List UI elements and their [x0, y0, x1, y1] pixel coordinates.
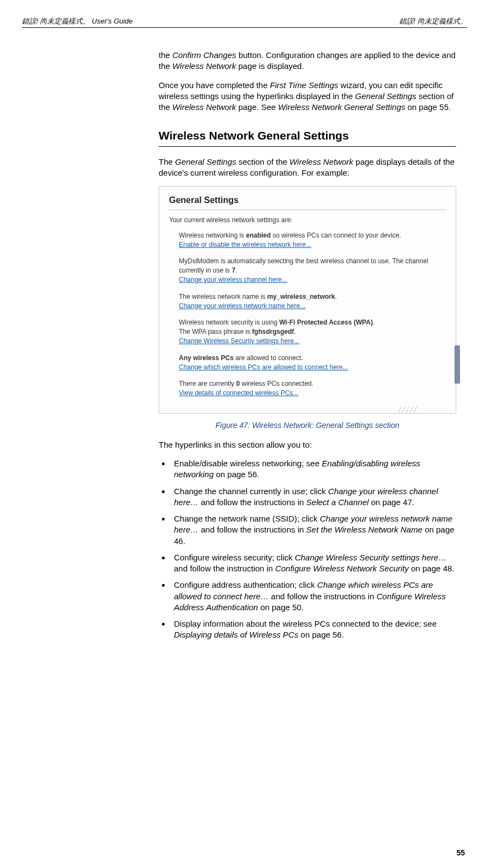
text: and follow the instructions in [199, 497, 306, 507]
section-title: Wireless Network General Settings [159, 128, 456, 146]
figure-block-security: Wireless network security is using Wi-Fi… [179, 318, 446, 345]
main-content: the Confirm Changes button. Configuratio… [159, 50, 456, 641]
figure-block-channel: MyDslModem is automatically selecting th… [179, 257, 446, 284]
figure-intro-text: Your current wireless network settings a… [169, 216, 446, 224]
text: page is displayed. [236, 61, 304, 71]
general-settings-term: General Settings [175, 157, 236, 166]
figure-caption: Figure 47: Wireless Network: General Set… [159, 420, 456, 431]
change-allowed-pcs-link[interactable]: Change which wireless PCs are allowed to… [179, 363, 348, 371]
list-item: Change the network name (SSID); click Ch… [171, 513, 456, 547]
network-name-value: my_wireless_network [267, 293, 335, 300]
text: on page 56. [214, 470, 259, 479]
text: are allowed to connect. [234, 354, 303, 362]
change-channel-link[interactable]: Change your wireless channel here... [179, 276, 287, 283]
text: Wireless network security is using [179, 319, 279, 326]
bullet-term: Select a Channel [306, 497, 369, 507]
bullet-list: Enable/disable wireless networking; see … [159, 458, 456, 641]
figure-tab-decoration [455, 345, 460, 384]
general-settings-term: General Settings [355, 91, 416, 101]
allowed-pcs-value: Any wireless PCs [179, 354, 234, 362]
text: . [294, 328, 296, 335]
list-item: Enable/disable wireless networking; see … [171, 458, 456, 481]
change-security-link[interactable]: Change Wireless Security settings here..… [179, 337, 299, 345]
first-time-settings-term: First Time Settings [270, 80, 338, 90]
list-item: Display information about the wireless P… [171, 618, 456, 641]
page: 錯誤! 尚未定義樣式。 User's Guide 錯誤! 尚未定義樣式。 the… [0, 0, 489, 868]
text: Change the network name (SSID); click [174, 514, 320, 523]
text: on page 56. [298, 630, 344, 639]
text: Change the channel currently in use; cli… [174, 487, 328, 496]
change-network-name-link[interactable]: Change your wireless network name here..… [179, 302, 305, 310]
header-left: 錯誤! 尚未定義樣式。 User's Guide [22, 16, 133, 26]
wireless-network-term: Wireless Network [172, 102, 236, 112]
wireless-network-term: Wireless Network [172, 61, 236, 71]
text: Display information about the wireless P… [174, 619, 436, 628]
bullet-term: Change Wireless Security settings here… [295, 553, 447, 562]
general-settings-figure: General Settings Your current wireless n… [159, 186, 456, 414]
figure-block-network-name: The wireless network name is my_wireless… [179, 292, 446, 311]
text: on page 55. [405, 102, 451, 112]
text: There are currently [179, 380, 236, 387]
text: The WPA pass phrase is [179, 328, 252, 335]
wireless-network-term: Wireless Network [289, 157, 353, 166]
text: the [159, 50, 172, 60]
text: section of the [236, 157, 290, 166]
list-item: Configure address authentication; click … [171, 580, 456, 613]
figure-decoration: ╱╱╱╱╱ [398, 406, 417, 414]
wireless-network-general-settings-term: Wireless Network General Settings [278, 102, 405, 112]
enabled-value: enabled [246, 232, 271, 239]
passphrase-value: fghsdrgsgedf [252, 328, 294, 335]
enable-disable-link[interactable]: Enable or disable the wireless network h… [179, 241, 311, 248]
bullet-term: Displaying details of Wireless PCs [174, 630, 298, 639]
intro-paragraph-2: Once you have completed the First Time S… [159, 80, 456, 113]
text: Wireless networking is [179, 232, 246, 239]
text: . [235, 267, 237, 274]
security-type-value: Wi-Fi Protected Access (WPA) [279, 319, 372, 326]
text: Enable/disable wireless networking; see [174, 459, 322, 468]
figure-block-connected-pcs: There are currently 0 wireless PCs conne… [179, 379, 446, 398]
text: so wireless PCs can connect to your devi… [271, 232, 401, 239]
view-connected-pcs-link[interactable]: View details of connected wireless PCs..… [179, 389, 299, 397]
text: MyDslModem is automatically selecting th… [179, 257, 428, 274]
figure-title: General Settings [169, 194, 446, 210]
list-item: Change the channel currently in use; cli… [171, 486, 456, 508]
bullet-term: Set the Wireless Network Name [306, 525, 422, 534]
text: Configure wireless security; click [174, 553, 295, 562]
intro-paragraph-1: the Confirm Changes button. Configuratio… [159, 50, 456, 72]
section-intro: The General Settings section of the Wire… [159, 157, 456, 179]
figure-block-allowed-pcs: Any wireless PCs are allowed to connect.… [179, 354, 446, 372]
confirm-changes-term: Confirm Changes [172, 50, 236, 60]
text: and follow the instructions in [269, 592, 376, 601]
text: on page 47. [369, 497, 414, 507]
page-number: 55 [456, 848, 465, 857]
text: wireless PCs connected. [240, 380, 313, 387]
hyperlinks-intro: The hyperlinks in this section allow you… [159, 439, 456, 450]
text: on page 50. [258, 603, 304, 612]
text: Once you have completed the [159, 80, 270, 90]
text: The [159, 157, 175, 166]
figure-block-enabled: Wireless networking is enabled so wirele… [179, 231, 446, 250]
text: page. See [236, 102, 278, 112]
text: and follow the instructions in [199, 525, 306, 534]
text: Configure address authentication; click [174, 580, 317, 589]
header-right: 錯誤! 尚未定義樣式。 [399, 16, 467, 26]
text: on page 48. [409, 564, 454, 573]
text: . [335, 293, 336, 300]
page-header: 錯誤! 尚未定義樣式。 User's Guide 錯誤! 尚未定義樣式。 [22, 16, 467, 28]
text: and follow the instruction in [174, 564, 275, 573]
text: . [373, 319, 375, 326]
bullet-term: Configure Wireless Network Security [275, 564, 409, 573]
list-item: Configure wireless security; click Chang… [171, 552, 456, 575]
text: The wireless network name is [179, 293, 267, 300]
